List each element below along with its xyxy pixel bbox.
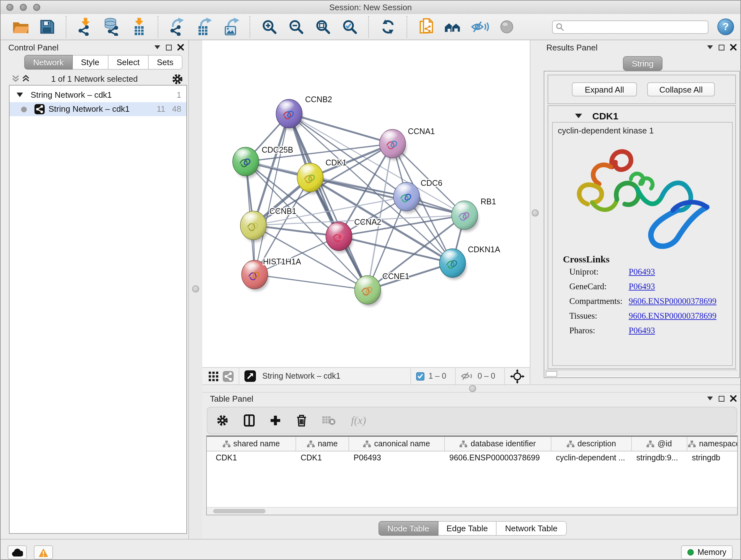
save-session-button[interactable] bbox=[37, 17, 57, 37]
divider-handle[interactable] bbox=[192, 286, 199, 293]
panel-menu-icon[interactable] bbox=[707, 45, 713, 49]
tab-select[interactable]: Select bbox=[108, 55, 148, 70]
node-table[interactable]: shared namenamecanonical namedatabase id… bbox=[206, 435, 738, 515]
table-cell[interactable]: stringdb bbox=[687, 453, 738, 462]
collapse-entry-icon[interactable] bbox=[575, 114, 582, 118]
crosslink-value-link[interactable]: P06493 bbox=[629, 326, 655, 336]
export-network-icon bbox=[169, 18, 186, 36]
expand-all-button[interactable]: Expand All bbox=[572, 82, 637, 97]
export-image-button[interactable] bbox=[221, 17, 241, 37]
network-canvas[interactable]: CCNB2CCNA1CDC25BCDK1CDC6RB1CCNB1CCNA2CDK… bbox=[202, 40, 530, 367]
view-grid-icon[interactable] bbox=[209, 371, 218, 381]
node-label-CDC25B: CDC25B bbox=[262, 145, 293, 154]
column-header-description[interactable]: description bbox=[551, 437, 632, 451]
zoom-fit-button[interactable] bbox=[313, 17, 333, 37]
import-network-from-database-button[interactable] bbox=[102, 17, 123, 37]
table-cell[interactable]: stringdb:9... bbox=[632, 453, 687, 462]
network-row-selected[interactable]: String Network – cdk1 11 48 bbox=[10, 102, 186, 116]
selected-checkbox[interactable] bbox=[416, 372, 425, 380]
network-collection-row[interactable]: String Network – cdk1 1 bbox=[10, 88, 186, 102]
column-header-namespace[interactable]: namespace bbox=[687, 437, 738, 451]
table-cell[interactable]: CDK1 bbox=[207, 453, 296, 462]
memory-button[interactable]: Memory bbox=[681, 545, 733, 559]
left-panel-divider[interactable] bbox=[188, 40, 204, 539]
zoom-fit-icon bbox=[316, 19, 330, 34]
cloud-icon bbox=[11, 548, 23, 557]
tab-sets[interactable]: Sets bbox=[148, 55, 182, 70]
check-icon bbox=[418, 374, 423, 379]
delete-column-icon[interactable] bbox=[296, 415, 307, 427]
panel-close-icon[interactable] bbox=[178, 44, 184, 51]
panel-float-icon[interactable] bbox=[719, 44, 724, 50]
add-column-icon[interactable] bbox=[270, 415, 281, 426]
crosslink-value-link[interactable]: 9606.ENSP00000378699 bbox=[629, 311, 717, 321]
table-horizontal-scrollbar[interactable] bbox=[207, 507, 737, 515]
show-columns-icon[interactable] bbox=[244, 415, 255, 427]
panel-menu-icon[interactable] bbox=[154, 45, 160, 49]
export-network-button[interactable] bbox=[167, 17, 188, 37]
birdseye-target-icon[interactable] bbox=[510, 369, 525, 383]
table-options-gear-icon[interactable] bbox=[216, 415, 228, 427]
results-horizontal-scrollbar[interactable] bbox=[545, 370, 737, 377]
string-home-button[interactable] bbox=[443, 17, 463, 37]
shared-column-icon bbox=[222, 440, 230, 447]
crosslink-value-link[interactable]: 9606.ENSP00000378699 bbox=[629, 296, 717, 307]
show-graphics-details-button[interactable] bbox=[496, 17, 517, 37]
collapse-triangle-icon[interactable] bbox=[17, 92, 23, 97]
string-view-icon[interactable] bbox=[223, 371, 233, 381]
refresh-view-button[interactable] bbox=[378, 17, 398, 37]
panel-close-icon[interactable] bbox=[730, 44, 737, 51]
panel-float-icon[interactable] bbox=[719, 395, 724, 401]
import-network-from-file-button[interactable] bbox=[75, 17, 96, 37]
tab-edge-table[interactable]: Edge Table bbox=[438, 521, 497, 536]
table-cell[interactable]: CDK1 bbox=[296, 453, 349, 462]
import-table-from-file-button[interactable] bbox=[129, 17, 149, 37]
column-header-id[interactable]: @id bbox=[632, 437, 687, 451]
tab-node-table[interactable]: Node Table bbox=[379, 521, 438, 536]
collapse-all-button[interactable]: Collapse All bbox=[647, 82, 715, 97]
tab-network-table[interactable]: Network Table bbox=[497, 521, 566, 536]
panel-menu-icon[interactable] bbox=[707, 396, 713, 400]
column-header-name[interactable]: name bbox=[296, 437, 349, 451]
column-header-canonical-name[interactable]: canonical name bbox=[349, 437, 445, 451]
edge-count: 48 bbox=[172, 104, 181, 114]
results-panel-tabs: String bbox=[623, 56, 663, 71]
crosslink-label: Uniprot: bbox=[569, 267, 599, 276]
table-row[interactable]: CDK1CDK1P064939606.ENSP00000378699cyclin… bbox=[207, 451, 737, 464]
divider-handle[interactable] bbox=[532, 209, 539, 216]
warning-status-button[interactable] bbox=[34, 545, 53, 559]
tab-style[interactable]: Style bbox=[72, 55, 108, 70]
control-panel-title: Control Panel bbox=[8, 43, 59, 52]
hide-graphics-details-button[interactable] bbox=[470, 17, 490, 37]
help-button[interactable]: ? bbox=[718, 18, 734, 35]
crosslink-value-link[interactable]: P06493 bbox=[629, 267, 655, 277]
right-panel-divider[interactable] bbox=[530, 40, 540, 384]
export-table-button[interactable] bbox=[194, 17, 214, 37]
gene-result-card: CDK1 cyclin-dependent kinase 1 bbox=[548, 105, 736, 369]
zoom-in-button[interactable] bbox=[259, 17, 280, 37]
network-options-gear-icon[interactable] bbox=[172, 73, 183, 85]
export-view-icon[interactable] bbox=[245, 370, 256, 382]
scrollbar-thumb[interactable] bbox=[213, 509, 266, 513]
warning-icon bbox=[38, 548, 49, 557]
bottom-panel-divider[interactable] bbox=[202, 384, 741, 393]
tab-string[interactable]: String bbox=[623, 56, 663, 71]
tab-network[interactable]: Network bbox=[24, 55, 72, 70]
panel-close-icon[interactable] bbox=[730, 395, 737, 401]
cloud-status-button[interactable] bbox=[8, 545, 27, 559]
search-input[interactable] bbox=[552, 20, 709, 34]
column-header-database-identifier[interactable]: database identifier bbox=[445, 437, 551, 451]
divider-handle[interactable] bbox=[469, 385, 476, 392]
column-header-shared-name[interactable]: shared name bbox=[207, 437, 296, 451]
zoom-selected-button[interactable] bbox=[340, 17, 360, 37]
panel-float-icon[interactable] bbox=[166, 44, 172, 50]
crosslink-value-link[interactable]: P06493 bbox=[629, 282, 655, 292]
scrollbar-thumb[interactable] bbox=[546, 371, 557, 377]
table-cell[interactable]: 9606.ENSP00000378699 bbox=[445, 453, 551, 462]
open-session-button[interactable] bbox=[10, 17, 30, 37]
table-cell[interactable]: P06493 bbox=[349, 453, 445, 462]
annotations-button[interactable] bbox=[416, 17, 436, 37]
navbar-separator bbox=[411, 368, 411, 384]
zoom-out-button[interactable] bbox=[286, 17, 307, 37]
table-cell[interactable]: cyclin-dependent ... bbox=[551, 453, 632, 462]
